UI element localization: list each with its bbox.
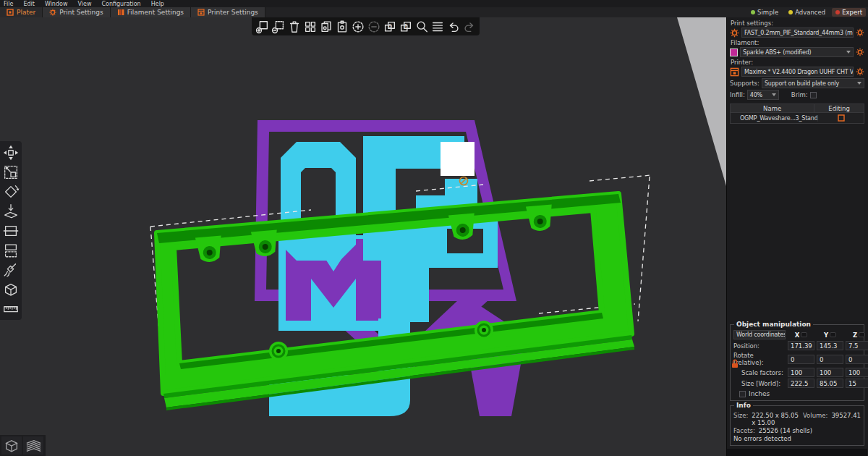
paint-supports-tool-icon[interactable] [1, 261, 20, 279]
size-z-input[interactable]: 15 [846, 379, 868, 388]
tab-bar: Plater Print Settings Filament Settings [0, 7, 868, 17]
menu-bar: File Edit Window View Configuration Help [0, 0, 868, 7]
tab-filament-settings[interactable]: Filament Settings [111, 7, 191, 17]
menu-configuration[interactable]: Configuration [101, 1, 140, 7]
axis-y-badge-icon[interactable] [830, 332, 836, 337]
remove-instance-icon[interactable] [366, 19, 381, 34]
scene-canvas[interactable] [0, 17, 726, 456]
measure-tool-icon[interactable] [1, 300, 20, 318]
print-profile-gear-icon [730, 28, 739, 38]
menu-view[interactable]: View [77, 1, 91, 7]
inches-checkbox[interactable] [739, 391, 746, 397]
scale-y-input[interactable]: 100 [817, 368, 843, 377]
filament-select[interactable]: Sparkle ABS+ (modified) [740, 47, 854, 57]
axis-x-badge-icon[interactable] [801, 332, 807, 337]
delete-all-icon[interactable] [286, 19, 302, 34]
print-settings-select[interactable]: FAST_0.2mm_PIF_Standard_44mm3 (modified) [741, 28, 854, 38]
tab-label: Plater [17, 9, 35, 16]
name-column-header: Name [731, 104, 814, 112]
filament-color-swatch[interactable] [730, 48, 738, 56]
tab-printer-settings[interactable]: Printer Settings [191, 7, 265, 17]
rotate-y-input[interactable]: 0 [817, 355, 843, 364]
object-row[interactable]: OGMP_Waveshare...3_Standard.stl [731, 113, 864, 123]
infill-select[interactable]: 40% [747, 90, 779, 100]
mode-label: Simple [757, 9, 778, 16]
cut-tool-icon[interactable] [1, 221, 20, 240]
edit-print-settings-gear-icon[interactable] [856, 28, 864, 37]
mode-expert[interactable]: Expert [832, 8, 866, 17]
supports-select[interactable]: Support on build plate only [762, 78, 864, 88]
info-facets-value: 25526 (14 shells) [759, 427, 812, 434]
modifier-box[interactable] [441, 142, 475, 176]
height-range-modifier-icon[interactable] [1, 241, 20, 259]
split-to-objects-icon[interactable]: O [382, 19, 397, 34]
size-y-input[interactable]: 85.05 [817, 379, 843, 388]
info-facets-label: Facets: [733, 427, 755, 434]
panel-bottom-strip [727, 449, 867, 456]
perspective-cube-icon[interactable] [1, 436, 22, 455]
scale-x-input[interactable]: 100 [788, 368, 814, 377]
chevron-down-icon [772, 93, 776, 96]
scale-z-input[interactable]: 100 [846, 368, 868, 377]
brim-label: Brim: [791, 91, 808, 98]
inches-label: Inches [749, 390, 770, 397]
position-x-input[interactable]: 171.39 [788, 341, 814, 350]
copy-icon[interactable] [318, 19, 333, 34]
rotate-x-input[interactable]: 0 [788, 355, 814, 364]
position-y-input[interactable]: 145.3 [817, 341, 843, 350]
menu-file[interactable]: File [4, 1, 13, 7]
split-to-parts-icon[interactable]: P [398, 19, 413, 34]
scale-tool-icon[interactable] [1, 163, 20, 181]
scale-label: Scale factors: [733, 369, 786, 376]
position-label: Position: [733, 342, 786, 350]
printer-profile-icon [730, 67, 739, 77]
mode-advanced[interactable]: Advanced [785, 8, 829, 17]
menu-edit[interactable]: Edit [23, 1, 35, 7]
edit-filament-gear-icon[interactable] [856, 48, 864, 56]
object-list: Name Editing OGMP_Waveshare...3_Standard… [730, 104, 864, 124]
viewport-3d[interactable]: O P [0, 17, 726, 456]
axis-z-badge-icon[interactable] [859, 332, 865, 337]
printer-value: Maxime * V2.4400 Dragon UUHF CHT Volcano… [744, 69, 854, 75]
view-buttons [0, 435, 46, 456]
tab-plater[interactable]: Plater [0, 7, 43, 17]
size-x-input[interactable]: 222.5 [788, 379, 814, 388]
brim-checkbox[interactable] [810, 92, 817, 98]
tab-print-settings[interactable]: Print Settings [43, 7, 110, 17]
mesh-cube-tool-icon[interactable] [1, 280, 20, 298]
position-z-input[interactable]: 7.5 [846, 341, 868, 350]
search-icon[interactable] [414, 19, 429, 34]
info-size-label: Size: [733, 412, 748, 426]
gear-icon [49, 9, 56, 16]
uniform-scale-lock-icon[interactable] [731, 359, 739, 368]
layers-view-icon[interactable] [23, 436, 43, 455]
edit-printer-gear-icon[interactable] [856, 67, 864, 76]
mode-label: Expert [842, 9, 862, 16]
filament-value: Sparkle ABS+ (modified) [743, 49, 811, 56]
place-on-face-tool-icon[interactable] [1, 202, 20, 220]
arrange-icon[interactable] [302, 19, 318, 34]
coordinates-select[interactable]: World coordinates [733, 330, 786, 339]
print-settings-value: FAST_0.2mm_PIF_Standard_44mm3 (modified) [744, 30, 854, 36]
paste-icon[interactable] [334, 19, 349, 34]
move-tool-icon[interactable] [1, 143, 20, 161]
menu-help[interactable]: Help [151, 1, 164, 7]
undo-icon[interactable] [446, 19, 461, 34]
remove-object-icon[interactable] [271, 19, 286, 34]
add-object-icon[interactable] [255, 19, 270, 34]
chevron-down-icon [846, 51, 851, 54]
info-volume-label: Volume: [803, 412, 827, 426]
redo-icon[interactable] [461, 19, 477, 34]
variable-layer-height-icon[interactable] [430, 19, 445, 34]
tab-label: Printer Settings [208, 9, 258, 16]
object-list-empty-area[interactable] [730, 124, 864, 321]
rotate-tool-icon[interactable] [1, 182, 20, 200]
add-instance-icon[interactable] [350, 19, 365, 34]
mode-simple[interactable]: Simple [747, 8, 782, 17]
coordinates-value: World coordinates [736, 332, 786, 338]
rotate-z-input[interactable]: 0 [846, 355, 868, 364]
editing-state-icon[interactable] [838, 114, 845, 122]
printer-select[interactable]: Maxime * V2.4400 Dragon UUHF CHT Volcano… [741, 67, 854, 77]
menu-window[interactable]: Window [45, 1, 68, 7]
info-size-value: 222.50 x 85.05 x 15.00 [752, 412, 799, 426]
